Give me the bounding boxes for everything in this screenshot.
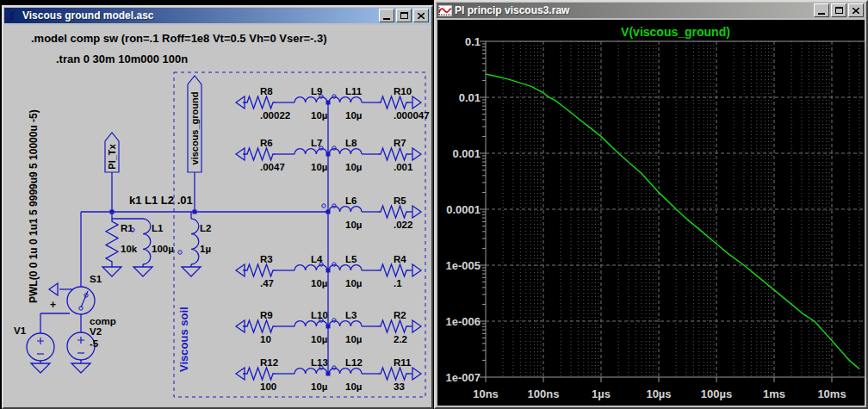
- component-R1[interactable]: R110k: [106, 219, 138, 264]
- port-arrow-icon: [412, 368, 421, 380]
- component-L2[interactable]: L21µ: [191, 219, 211, 264]
- component-R6[interactable]: R6.0047: [245, 138, 285, 172]
- component-value: .47: [260, 278, 274, 288]
- component-L9[interactable]: L910µ: [294, 86, 327, 121]
- component-value: 10µ: [311, 162, 327, 172]
- minimize-icon: [383, 18, 390, 20]
- component-R4[interactable]: R4.1: [378, 254, 409, 288]
- component-R10[interactable]: R10.000047: [378, 86, 430, 121]
- component-L4[interactable]: L410µ: [294, 254, 327, 288]
- component-value: 10k: [121, 244, 138, 254]
- junction-dot: [326, 210, 331, 214]
- y-tick-label: 0.01: [459, 91, 480, 104]
- schematic-canvas[interactable]: .model comp sw (ron=.1 Roff=1e8 Vt=0.5 V…: [5, 25, 430, 406]
- component-value: 10µ: [345, 220, 362, 230]
- component-L6[interactable]: L610µ: [329, 195, 362, 230]
- minimize-icon: [818, 13, 825, 15]
- component-R2[interactable]: R22.2: [378, 310, 409, 344]
- schematic-window[interactable]: Viscous ground model.asc .model comp sw …: [2, 5, 433, 409]
- component-name: L11: [345, 86, 363, 96]
- close-icon: [852, 8, 859, 14]
- component-value: 10µ: [345, 334, 362, 344]
- viscous-soil-label: Viscous soil: [177, 307, 190, 372]
- waveform-icon: [438, 4, 452, 16]
- resistor-symbol: [245, 96, 276, 108]
- component-value: .022: [394, 220, 412, 230]
- component-L1[interactable]: L1100µ: [143, 219, 174, 264]
- inductor-symbol: [143, 219, 151, 264]
- resistor-symbol: [245, 264, 276, 276]
- spice-directive-model: .model comp sw (ron=.1 Roff=1e8 Vt=0.5 V…: [31, 32, 327, 45]
- component-R5[interactable]: R5.022: [378, 195, 412, 230]
- waveform-pane[interactable]: 0.10.010.0010.00011e-0051e-0061e-00710ns…: [437, 20, 865, 406]
- waveform-window-title: PI princip viscous3.raw: [455, 4, 811, 16]
- maximize-button[interactable]: [831, 3, 846, 17]
- schematic-drawing[interactable]: .model comp sw (ron=.1 Roff=1e8 Vt=0.5 V…: [5, 25, 433, 407]
- phase-dot: [322, 204, 326, 208]
- resistor-symbol: [378, 148, 409, 160]
- component-V1[interactable]: V1PWL(0 0 1u 0 1u1 5 9999u9 5 10000u -5): [14, 109, 54, 361]
- inductor-symbol: [329, 97, 362, 102]
- component-L13[interactable]: L1310µ: [294, 357, 328, 392]
- ground-symbol: [102, 267, 121, 276]
- inductor-symbol: [329, 321, 362, 326]
- component-L7[interactable]: L710µ: [294, 138, 327, 172]
- component-value: 10µ: [345, 381, 362, 392]
- component-name: L5: [345, 254, 357, 264]
- component-L11[interactable]: L1110µ: [329, 86, 363, 121]
- waveform-window[interactable]: PI princip viscous3.raw 0.10.010.0010.00…: [434, 0, 868, 409]
- component-R7[interactable]: R7.001: [378, 138, 413, 172]
- component-R12[interactable]: R12100: [245, 357, 278, 392]
- component-value: .001: [394, 162, 413, 172]
- plus-icon: [37, 338, 44, 344]
- component-L5[interactable]: L510µ: [329, 254, 362, 288]
- component-value: .000047: [394, 110, 430, 121]
- component-R8[interactable]: R8.00022: [245, 86, 290, 121]
- trace-title: V(viscous_ground): [621, 25, 730, 39]
- component-V2[interactable]: V2-5: [67, 326, 102, 360]
- trace-viscous-ground: [486, 74, 859, 369]
- desktop: { "desktop": {"bg": "#000000"}, "left_wi…: [0, 0, 868, 409]
- junction-dot: [110, 210, 115, 214]
- schematic-window-titlebar[interactable]: Viscous ground model.asc: [4, 8, 431, 23]
- waveform-window-titlebar[interactable]: PI princip viscous3.raw: [437, 3, 865, 18]
- component-L10[interactable]: L1010µ: [294, 310, 328, 344]
- component-R3[interactable]: R3.47: [245, 254, 276, 288]
- schematic-window-title: Viscous ground model.asc: [22, 9, 376, 22]
- resistor-symbol: [378, 368, 409, 380]
- component-value: .1: [394, 278, 402, 288]
- y-tick-label: 1e-005: [446, 259, 480, 272]
- x-tick-label: 100µs: [701, 387, 732, 400]
- component-name: R4: [394, 254, 406, 264]
- x-tick-label: 10ns: [473, 387, 499, 400]
- component-name: V1: [14, 325, 27, 336]
- plus-icon: [78, 337, 84, 344]
- ground-symbol: [133, 267, 152, 276]
- component-value: 10: [260, 334, 271, 344]
- x-tick-label: 1µs: [592, 387, 611, 400]
- component-value: 10µ: [345, 110, 362, 121]
- component-name: R2: [394, 310, 406, 320]
- component-R9[interactable]: R910: [245, 310, 276, 344]
- component-L3[interactable]: L310µ: [329, 310, 362, 344]
- resistor-symbol: [378, 206, 409, 218]
- component-L8[interactable]: L810µ: [329, 138, 362, 172]
- waveform-plot[interactable]: 0.10.010.0010.00011e-0051e-0061e-00710ns…: [437, 20, 868, 409]
- component-S1[interactable]: S1comp+: [50, 274, 116, 326]
- close-button[interactable]: [413, 9, 429, 22]
- component-value: 100µ: [152, 244, 174, 254]
- component-L12[interactable]: L1210µ: [329, 357, 363, 392]
- component-value: PWL(0 0 1u 0 1u1 5 9999u9 5 10000u -5): [28, 109, 40, 303]
- component-value: 10µ: [311, 278, 327, 288]
- ltspice-schematic-icon: [6, 9, 20, 22]
- component-name: L10: [311, 310, 328, 320]
- minimize-button[interactable]: [379, 9, 394, 22]
- component-name: V2: [90, 326, 102, 337]
- component-name: R3: [260, 254, 273, 264]
- port-arrow-icon: [412, 148, 421, 160]
- minimize-button[interactable]: [814, 3, 829, 17]
- maximize-button[interactable]: [396, 9, 412, 22]
- close-button[interactable]: [848, 3, 864, 17]
- component-R11[interactable]: R1133: [378, 357, 412, 392]
- y-tick-label: 0.001: [452, 147, 480, 160]
